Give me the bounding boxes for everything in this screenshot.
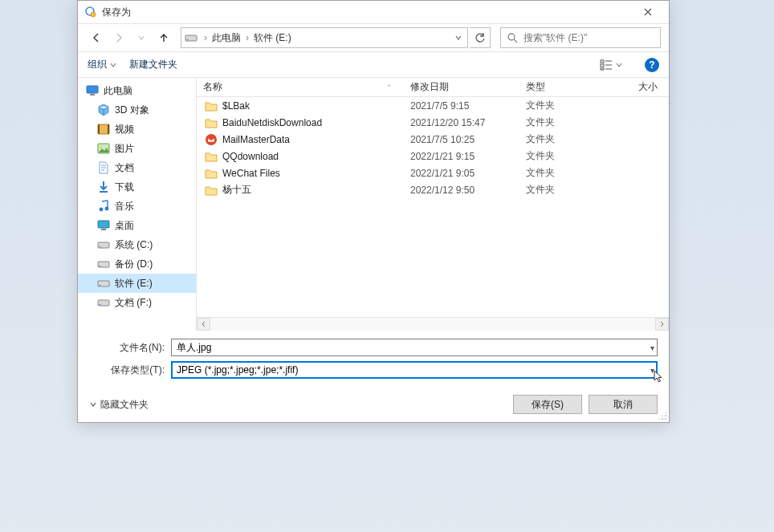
search-box[interactable] bbox=[500, 27, 661, 48]
tree-item[interactable]: 系统 (C:) bbox=[78, 235, 196, 254]
tree-item[interactable]: 软件 (E:) bbox=[78, 274, 196, 293]
file-name: QQdownload bbox=[222, 151, 404, 162]
tree-item-label: 文档 (F:) bbox=[115, 296, 152, 310]
file-date: 2021/7/5 9:15 bbox=[404, 100, 519, 112]
tree-item[interactable]: 音乐 bbox=[78, 197, 196, 216]
refresh-button[interactable] bbox=[470, 27, 491, 48]
filename-input[interactable] bbox=[171, 339, 658, 356]
tree-item[interactable]: 图片 bbox=[78, 139, 196, 158]
column-header-name[interactable]: 名称 ⌃ bbox=[197, 80, 404, 94]
file-row[interactable]: 杨十五2022/1/12 9:50文件夹 bbox=[197, 181, 669, 198]
doc-icon bbox=[97, 161, 110, 174]
chevron-right-icon: › bbox=[244, 32, 251, 43]
new-folder-button[interactable]: 新建文件夹 bbox=[129, 58, 177, 71]
file-date: 2022/1/12 9:50 bbox=[404, 185, 519, 196]
breadcrumb-segment[interactable]: 软件 (E:) bbox=[252, 31, 293, 45]
view-list-icon bbox=[600, 59, 614, 71]
cancel-button[interactable]: 取消 bbox=[589, 395, 658, 414]
file-list-body[interactable]: $LBak2021/7/5 9:15文件夹BaiduNetdiskDownloa… bbox=[197, 97, 669, 317]
tree-item[interactable]: 文档 bbox=[78, 158, 196, 177]
file-date: 2021/7/5 10:25 bbox=[404, 134, 519, 145]
horizontal-scrollbar[interactable] bbox=[197, 317, 669, 331]
drive-icon bbox=[185, 31, 198, 44]
svg-point-27 bbox=[206, 134, 217, 145]
search-icon bbox=[506, 31, 519, 44]
svg-rect-3 bbox=[186, 39, 189, 40]
file-row[interactable]: WeChat Files2022/1/21 9:05文件夹 bbox=[197, 164, 669, 181]
save-button[interactable]: 保存(S) bbox=[513, 395, 582, 414]
file-type: 文件夹 bbox=[519, 166, 603, 180]
cube-icon bbox=[97, 104, 110, 116]
filename-label: 文件名(N): bbox=[89, 341, 165, 355]
search-input[interactable] bbox=[523, 32, 655, 43]
file-type: 文件夹 bbox=[519, 149, 603, 163]
tree-item-label: 图片 bbox=[115, 142, 134, 156]
column-headers[interactable]: 名称 ⌃ 修改日期 类型 大小 bbox=[197, 78, 669, 97]
file-row[interactable]: MailMasterData2021/7/5 10:25文件夹 bbox=[197, 131, 669, 148]
folder-icon bbox=[205, 185, 218, 196]
view-mode-button[interactable] bbox=[600, 59, 622, 71]
up-button[interactable] bbox=[153, 27, 174, 48]
close-button[interactable] bbox=[629, 2, 666, 22]
file-row[interactable]: $LBak2021/7/5 9:15文件夹 bbox=[197, 97, 669, 114]
chevron-right-icon: › bbox=[202, 32, 209, 43]
column-header-type[interactable]: 类型 bbox=[519, 80, 603, 94]
tree-item-label: 3D 对象 bbox=[115, 104, 149, 117]
help-button[interactable]: ? bbox=[645, 58, 659, 72]
tree-root-this-pc[interactable]: 此电脑 bbox=[78, 81, 196, 100]
filetype-select[interactable] bbox=[171, 361, 658, 379]
organize-label: 组织 bbox=[88, 58, 107, 71]
scroll-left-button[interactable] bbox=[197, 318, 210, 331]
desktop-icon bbox=[97, 219, 110, 232]
svg-rect-17 bbox=[98, 221, 109, 228]
nav-tree[interactable]: 此电脑 3D 对象视频图片文档下载音乐桌面系统 (C:)备份 (D:)软件 (E… bbox=[78, 78, 197, 331]
address-dropdown-icon[interactable] bbox=[451, 34, 466, 42]
tree-item[interactable]: 视频 bbox=[78, 120, 196, 139]
svg-rect-18 bbox=[101, 229, 106, 230]
tree-item[interactable]: 备份 (D:) bbox=[78, 254, 196, 274]
svg-rect-9 bbox=[90, 94, 95, 95]
svg-point-30 bbox=[665, 415, 666, 416]
back-button[interactable] bbox=[86, 27, 107, 48]
svg-rect-7 bbox=[601, 68, 604, 70]
tree-item[interactable]: 桌面 bbox=[78, 216, 196, 235]
tree-item[interactable]: 文档 (F:) bbox=[78, 293, 196, 312]
chevron-down-icon bbox=[110, 62, 116, 68]
bottom-panel: 文件名(N): ▾ 保存类型(T): ▾ 隐藏文件夹 保存(S) 取消 bbox=[78, 331, 669, 422]
file-name: $LBak bbox=[222, 100, 404, 112]
pc-icon bbox=[86, 84, 99, 97]
svg-rect-20 bbox=[99, 246, 101, 247]
toolbar: 组织 新建文件夹 ? bbox=[78, 52, 669, 78]
download-icon bbox=[97, 181, 110, 193]
mail-folder-icon bbox=[205, 133, 218, 146]
resize-grip-icon[interactable] bbox=[658, 411, 667, 420]
svg-point-33 bbox=[665, 412, 666, 413]
new-folder-label: 新建文件夹 bbox=[129, 58, 177, 71]
organize-menu[interactable]: 组织 bbox=[88, 58, 116, 71]
tree-item-label: 音乐 bbox=[115, 200, 134, 213]
file-name: MailMasterData bbox=[222, 134, 404, 145]
tree-item-label: 系统 (C:) bbox=[115, 238, 153, 252]
svg-rect-24 bbox=[99, 285, 101, 286]
forward-button[interactable] bbox=[108, 27, 129, 48]
breadcrumb-segment[interactable]: 此电脑 bbox=[210, 31, 242, 45]
tree-item-label: 下载 bbox=[115, 181, 134, 194]
column-header-date[interactable]: 修改日期 bbox=[404, 80, 519, 94]
recent-dropdown[interactable] bbox=[131, 27, 152, 48]
scroll-right-button[interactable] bbox=[655, 318, 669, 331]
file-row[interactable]: QQdownload2022/1/21 9:15文件夹 bbox=[197, 148, 669, 164]
file-list: 名称 ⌃ 修改日期 类型 大小 $LBak2021/7/5 9:15文件夹Bai… bbox=[197, 78, 669, 331]
hide-folders-label: 隐藏文件夹 bbox=[100, 398, 149, 412]
tree-item-label: 文档 bbox=[115, 161, 134, 175]
tree-item[interactable]: 3D 对象 bbox=[78, 100, 196, 120]
column-header-size[interactable]: 大小 bbox=[603, 80, 669, 94]
drive-icon bbox=[97, 238, 110, 251]
file-row[interactable]: BaiduNetdiskDownload2021/12/20 15:47文件夹 bbox=[197, 114, 669, 131]
file-type: 文件夹 bbox=[519, 116, 603, 129]
tree-item[interactable]: 下载 bbox=[78, 177, 196, 197]
filetype-label: 保存类型(T): bbox=[89, 363, 165, 377]
hide-folders-toggle[interactable]: 隐藏文件夹 bbox=[89, 398, 149, 412]
titlebar: 保存为 bbox=[78, 1, 669, 23]
svg-rect-26 bbox=[99, 304, 101, 305]
address-bar[interactable]: › 此电脑 › 软件 (E:) bbox=[181, 27, 468, 48]
